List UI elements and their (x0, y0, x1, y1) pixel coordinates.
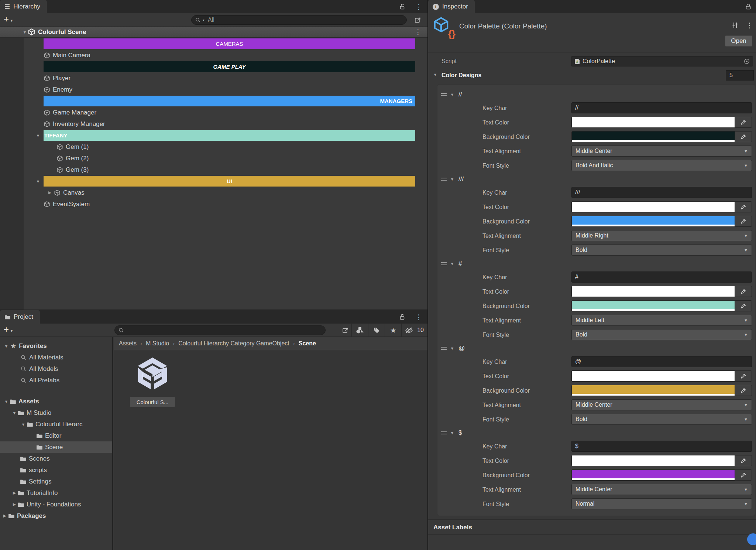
tree-item-colourful-hierarchy[interactable]: ▼ Colourful Hierarc (0, 419, 112, 430)
expand-arrow-icon[interactable]: ▶ (11, 491, 18, 495)
foldout-icon[interactable]: ▼ (449, 431, 456, 435)
font-style-dropdown[interactable]: Bold▼ (571, 245, 752, 256)
tree-item-scene[interactable]: Scene (0, 441, 112, 453)
tree-item-m-studio[interactable]: ▼ M Studio (0, 407, 112, 419)
tree-item-settings[interactable]: Settings (0, 476, 112, 487)
text-alignment-dropdown[interactable]: Middle Center▼ (571, 146, 752, 157)
hierarchy-category-cameras[interactable]: CAMERAS (0, 38, 427, 49)
entry-header[interactable]: ▼ @ (437, 342, 755, 355)
hierarchy-category-managers[interactable]: MANAGERS (0, 95, 427, 107)
font-style-dropdown[interactable]: Bold▼ (571, 329, 752, 340)
drag-handle-icon[interactable] (441, 262, 447, 265)
expand-arrow-icon[interactable]: ▶ (1, 513, 8, 518)
scene-foldout-icon[interactable]: ▼ (21, 30, 28, 34)
asset-labels-section[interactable]: Asset Labels (428, 519, 756, 535)
hierarchy-item-eventsystem[interactable]: EventSystem (0, 198, 427, 210)
color-swatch[interactable] (572, 385, 735, 396)
color-swatch[interactable] (572, 202, 735, 212)
hierarchy-search-input[interactable]: ▼ All (191, 15, 407, 25)
color-swatch[interactable] (572, 371, 735, 381)
foldout-icon[interactable]: ▼ (449, 92, 456, 97)
script-object-field[interactable]: # ColorPalette (571, 56, 753, 66)
search-by-type-icon[interactable] (352, 324, 368, 337)
project-search-input[interactable] (114, 325, 326, 335)
tab-project[interactable]: Project (0, 310, 40, 324)
hierarchy-item-canvas[interactable]: ▶ Canvas (0, 187, 427, 198)
text-alignment-dropdown[interactable]: Middle Center▼ (571, 484, 752, 495)
scene-menu-icon[interactable]: ⋮ (415, 28, 422, 35)
color-swatch[interactable] (572, 470, 735, 480)
tree-item-all-prefabs[interactable]: All Prefabs (0, 375, 112, 386)
hierarchy-item-gem-1[interactable]: Gem (1) (0, 141, 427, 153)
key-char-input[interactable]: @ (571, 356, 752, 367)
expand-arrow-icon[interactable]: ▶ (11, 502, 18, 507)
tab-inspector[interactable]: i Inspector (428, 0, 475, 13)
open-search-window-icon[interactable] (339, 324, 351, 337)
hierarchy-item-enemy[interactable]: Enemy (0, 84, 427, 95)
tree-item-scenes[interactable]: Scenes (0, 453, 112, 464)
asset-label-chip[interactable]: Colourful S... (130, 397, 175, 407)
text-color-field[interactable] (571, 286, 752, 297)
notification-dot[interactable] (747, 533, 756, 545)
tree-item-unity-foundations[interactable]: ▶ Unity - Foundations (0, 499, 112, 510)
eyedropper-icon[interactable] (735, 286, 752, 297)
presets-icon[interactable] (731, 21, 739, 29)
foldout-icon[interactable]: ▼ (3, 344, 10, 348)
breadcrumb-scene[interactable]: Scene (299, 340, 316, 347)
project-menu-icon[interactable]: ⋮ (415, 314, 422, 321)
background-color-field[interactable] (571, 300, 752, 311)
eyedropper-icon[interactable] (735, 470, 752, 480)
breadcrumb-colourful-hierarchy[interactable]: Colourful Hierarchy Category GameObject (178, 340, 289, 347)
hierarchy-menu-icon[interactable]: ⋮ (415, 3, 422, 10)
eyedropper-icon[interactable] (735, 216, 752, 226)
foldout-icon[interactable]: ▼ (11, 411, 18, 415)
font-style-dropdown[interactable]: Normal▼ (571, 498, 752, 509)
eyedropper-icon[interactable] (735, 117, 752, 127)
tree-item-favorites[interactable]: ▼ ★ Favorites (0, 340, 112, 352)
foldout-icon[interactable]: ▼ (432, 72, 439, 77)
hierarchy-item-player[interactable]: Player (0, 72, 427, 84)
color-swatch[interactable] (572, 131, 735, 142)
key-char-input[interactable]: // (571, 102, 752, 113)
text-alignment-dropdown[interactable]: Middle Right▼ (571, 230, 752, 241)
inspector-menu-icon[interactable]: ⋮ (746, 22, 753, 29)
entry-header[interactable]: ▼ # (437, 257, 755, 270)
text-alignment-dropdown[interactable]: Middle Left▼ (571, 315, 752, 326)
hierarchy-item-inventory-manager[interactable]: Inventory Manager (0, 118, 427, 130)
asset-tile-colourful-scene[interactable]: Colourful S... (125, 356, 180, 407)
color-designs-count[interactable]: 5 (726, 70, 754, 81)
key-char-input[interactable]: $ (571, 441, 752, 452)
color-swatch[interactable] (572, 455, 735, 466)
lock-open-icon[interactable] (399, 314, 406, 320)
tree-item-scripts[interactable]: scripts (0, 464, 112, 476)
expand-arrow-icon[interactable]: ▶ (46, 190, 54, 195)
entry-header[interactable]: ▼ $ (437, 427, 755, 439)
hierarchy-item-gem-2[interactable]: Gem (2) (0, 153, 427, 164)
color-swatch[interactable] (572, 216, 735, 226)
text-color-field[interactable] (571, 455, 752, 466)
foldout-icon[interactable]: ▼ (449, 346, 456, 351)
key-char-input[interactable]: # (571, 271, 752, 283)
color-swatch[interactable] (572, 117, 735, 127)
drag-handle-icon[interactable] (441, 93, 447, 96)
hierarchy-item-game-manager[interactable]: Game Manager (0, 107, 427, 118)
eyedropper-icon[interactable] (735, 385, 752, 396)
tab-hierarchy[interactable]: ☰ Hierarchy (0, 0, 47, 13)
hierarchy-item-gem-3[interactable]: Gem (3) (0, 164, 427, 175)
hierarchy-item-main-camera[interactable]: Main Camera (0, 49, 427, 61)
eyedropper-icon[interactable] (735, 301, 752, 311)
drag-handle-icon[interactable] (441, 178, 447, 181)
text-alignment-dropdown[interactable]: Middle Center▼ (571, 399, 752, 410)
tree-item-editor[interactable]: Editor (0, 430, 112, 441)
hierarchy-category-game-play[interactable]: GAME PLAY (0, 61, 427, 72)
tree-item-packages[interactable]: ▶ Packages (0, 510, 112, 522)
foldout-icon[interactable]: ▼ (35, 133, 41, 138)
eyedropper-icon[interactable] (735, 202, 752, 212)
project-create-button[interactable]: +▼ (4, 324, 13, 335)
foldout-icon[interactable]: ▼ (449, 262, 456, 266)
hierarchy-category-tiffany[interactable]: ▼ TIFFANY (0, 130, 427, 141)
background-color-field[interactable] (571, 469, 752, 481)
lock-open-icon[interactable] (399, 3, 406, 10)
breadcrumb-m-studio[interactable]: M Studio (146, 340, 169, 347)
color-swatch[interactable] (572, 301, 735, 311)
